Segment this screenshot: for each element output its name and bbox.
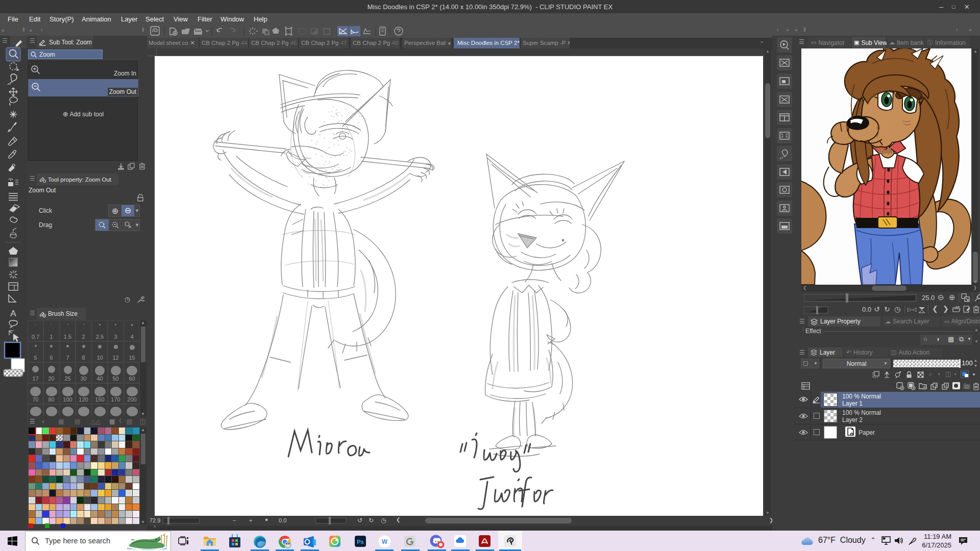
- svg-text:W: W: [382, 538, 388, 545]
- svg-text:A: A: [10, 309, 16, 318]
- svg-text:Ps: Ps: [357, 539, 363, 545]
